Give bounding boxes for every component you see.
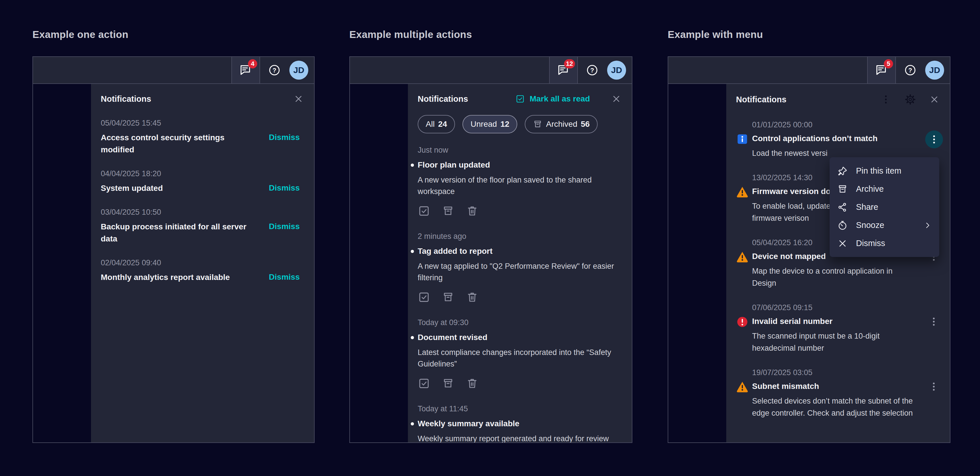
trash-icon[interactable] — [466, 291, 479, 303]
notifications-panel: Notifications 05/04/2025 15:45 Access co… — [91, 84, 314, 442]
notification-date: 05/04/2025 15:45 — [101, 118, 300, 128]
trash-icon[interactable] — [466, 204, 479, 217]
mark-read-icon[interactable] — [418, 377, 430, 390]
menu-item-dismiss[interactable]: Dismiss — [830, 234, 939, 252]
notification-title: Access control security settingsmodified — [101, 132, 224, 156]
error-icon — [736, 316, 749, 328]
notification-title: Invalid serial number — [752, 315, 926, 328]
notifications-button[interactable]: 5 — [867, 57, 896, 83]
menu-item-share[interactable]: Share — [830, 198, 939, 216]
settings-button[interactable] — [905, 94, 916, 105]
notification-item: 19/07/2025 03:05 Subnet mismatch Selecte… — [736, 367, 942, 419]
notification-date: 03/04/2025 10:50 — [101, 207, 300, 217]
panel-title: Notifications — [101, 94, 293, 104]
close-button[interactable] — [929, 94, 940, 105]
warning-icon — [736, 251, 749, 263]
notification-actions — [418, 291, 620, 303]
notifications-button[interactable]: 4 — [231, 57, 260, 83]
unread-dot — [411, 250, 414, 253]
dismiss-link[interactable]: Dismiss — [269, 182, 300, 194]
filter-chip-archived[interactable]: Archived56 — [525, 115, 598, 133]
archive-icon — [533, 119, 542, 129]
notifications-panel: Notifications Mark all as read All24 Unr… — [408, 84, 632, 442]
app-window-one-action: 4 JD Notifications 05/04/2025 15:45 — [32, 56, 315, 443]
notifications-panel-header: Notifications — [91, 84, 314, 110]
share-icon — [837, 202, 848, 213]
panel-title: Notifications — [736, 95, 867, 104]
chevron-right-icon — [923, 221, 932, 230]
filter-chip-unread[interactable]: Unread12 — [463, 115, 517, 133]
example-with-menu-title: Example with menu — [668, 29, 763, 40]
notification-description: A new tag applied to "Q2 Performance Rev… — [418, 260, 620, 283]
notification-title: Monthly analytics report available — [101, 272, 230, 283]
trash-icon[interactable] — [466, 377, 479, 390]
app-content: Notifications 05/04/2025 15:45 Access co… — [33, 84, 314, 442]
panel-title: Notifications — [418, 94, 515, 104]
app-topbar: 5 JD — [668, 57, 950, 84]
mark-read-icon[interactable] — [418, 291, 430, 303]
user-avatar[interactable]: JD — [290, 61, 308, 80]
dismiss-link[interactable]: Dismiss — [269, 132, 300, 143]
close-button[interactable] — [611, 94, 622, 104]
notification-description: A new version of the floor plan saved to… — [418, 174, 620, 197]
warning-icon — [736, 186, 749, 198]
notification-item: 07/06/2025 09:15 Invalid serial number T… — [736, 302, 942, 354]
notification-item: 05/04/2025 15:45 Access control security… — [101, 118, 300, 156]
info-icon — [736, 133, 749, 145]
app-topbar: 12 JD — [350, 57, 632, 84]
menu-item-snooze[interactable]: Snooze — [830, 216, 939, 234]
close-button[interactable] — [293, 94, 304, 104]
notification-date: 19/07/2025 03:05 — [752, 367, 942, 378]
panel-options-button[interactable] — [880, 94, 891, 105]
dismiss-link[interactable]: Dismiss — [269, 221, 300, 232]
notification-item: Just now Floor plan updated A new versio… — [418, 145, 620, 217]
pin-icon — [837, 166, 848, 176]
notification-description: Selected devices don’t match the subnet … — [752, 395, 926, 419]
notification-date: 04/04/2025 18:20 — [101, 168, 300, 179]
unread-dot — [411, 336, 414, 339]
archive-icon — [837, 184, 848, 195]
app-window-with-menu: 5 JD Notifications — [668, 56, 950, 443]
notification-date: 07/06/2025 09:15 — [752, 302, 942, 313]
user-avatar[interactable]: JD — [925, 61, 944, 80]
item-menu-button[interactable] — [926, 381, 942, 392]
app-topbar: 4 JD — [33, 57, 314, 84]
archive-icon[interactable] — [442, 204, 454, 217]
dismiss-link[interactable]: Dismiss — [269, 272, 300, 283]
help-button[interactable] — [268, 64, 281, 77]
warning-icon — [736, 380, 749, 393]
unread-dot — [411, 163, 414, 167]
filter-chip-all[interactable]: All24 — [418, 115, 455, 133]
notification-description: Weekly summary report generated and read… — [418, 433, 620, 442]
item-menu-button-active[interactable] — [925, 131, 943, 148]
notification-title: System updated — [101, 182, 163, 194]
help-button[interactable] — [904, 64, 916, 77]
mark-all-as-read-button[interactable]: Mark all as read — [515, 94, 590, 104]
archive-icon[interactable] — [442, 291, 454, 303]
notification-actions — [418, 204, 620, 217]
help-button[interactable] — [586, 64, 598, 77]
notification-title: Control applications don’t match — [752, 132, 925, 145]
menu-item-pin[interactable]: Pin this item — [830, 162, 939, 180]
notification-description: The scanned input must be a 10-digithexa… — [752, 330, 926, 354]
mark-read-icon[interactable] — [418, 204, 430, 217]
notification-time: Today at 09:30 — [418, 317, 620, 328]
notifications-panel-header: Notifications Mark all as read — [408, 84, 632, 110]
notification-title: Backup process initiated for all serverd… — [101, 221, 246, 245]
notification-title: Tag added to report — [411, 245, 620, 257]
archive-icon[interactable] — [442, 377, 454, 390]
help-icon — [268, 64, 281, 77]
notification-time: 2 minutes ago — [418, 231, 620, 241]
notification-count-badge: 4 — [248, 59, 257, 69]
notification-item: Today at 09:30 Document revised Latest c… — [418, 317, 620, 390]
user-avatar[interactable]: JD — [607, 61, 626, 80]
menu-item-archive[interactable]: Archive — [830, 180, 939, 198]
close-icon — [293, 94, 304, 104]
app-content: Notifications Mark all as read All24 Unr… — [350, 84, 632, 442]
item-menu-button[interactable] — [926, 316, 942, 327]
close-icon — [611, 94, 622, 104]
notification-item: 01/01/2025 00:00 Control applications do… — [736, 120, 942, 159]
app-window-multiple-actions: 12 JD Notifications Mark all as read — [349, 56, 632, 443]
notification-list: Just now Floor plan updated A new versio… — [408, 133, 632, 442]
notifications-button[interactable]: 12 — [549, 57, 578, 83]
